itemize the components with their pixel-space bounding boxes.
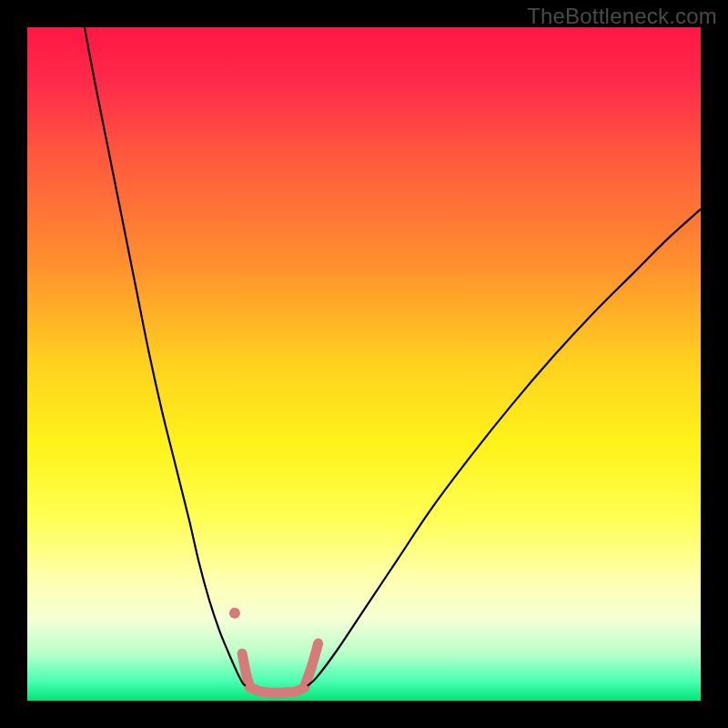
plot-area (27, 27, 701, 701)
chart-svg (27, 27, 701, 701)
series-valley_floor (249, 687, 305, 693)
watermark-text: TheBottleneck.com (527, 4, 717, 29)
gradient-background (27, 27, 701, 701)
chart-frame: TheBottleneck.com (0, 0, 728, 728)
marker-dot_left (229, 608, 240, 619)
